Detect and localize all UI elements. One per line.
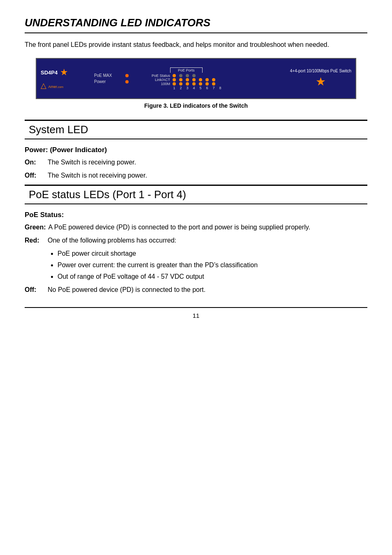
- 100m-dot-4: [192, 82, 196, 86]
- bullet-item-3: Out of range of PoE voltage of 44 - 57 V…: [58, 272, 367, 282]
- poe-green-desc: A PoE powered device (PD) is connected t…: [46, 222, 367, 232]
- link-act-dot-6: [205, 78, 209, 81]
- port-num-3: 3: [185, 86, 190, 90]
- 100m-dot-5: [199, 82, 202, 86]
- poe-green-row: Green: A PoE powered device (PD) is conn…: [25, 222, 367, 232]
- bottom-rule: [25, 307, 367, 308]
- switch-middle-panel: PoE MAX Power: [94, 73, 135, 84]
- 100m-dot-7: [212, 82, 215, 86]
- poe-off-desc: No PoE powered device (PD) is connected …: [45, 285, 367, 295]
- power-on-row: On: The Switch is receiving power.: [25, 157, 367, 167]
- intro-paragraph: The front panel LEDs provide instant sta…: [25, 40, 367, 50]
- link-act-label: Link/ACT: [139, 78, 170, 82]
- amer-triangle-icon: △: [41, 81, 46, 90]
- switch-diagram-container: SD4P4 ★ △ Amer.com PoE MAX Power: [25, 58, 367, 116]
- power-on-label: On:: [25, 157, 45, 167]
- bullet-item-2: Power over current: the current is great…: [58, 260, 367, 270]
- switch-product-name: 4+4-port 10/100Mbps PoE Switch: [290, 69, 351, 73]
- port-num-6: 6: [205, 86, 210, 90]
- poe-ports-bracket: PoE Ports: [170, 67, 203, 73]
- power-row: Power: [94, 79, 135, 84]
- poe-status-dot-3: [186, 74, 189, 77]
- power-label: Power: [94, 79, 123, 84]
- poe-max-label: PoE MAX: [94, 73, 123, 78]
- poe-status-dot-1: [173, 74, 176, 77]
- poe-status-dot-4: [192, 74, 196, 77]
- port-num-4: 4: [191, 86, 196, 90]
- link-act-dot-4: [192, 78, 196, 81]
- poe-status-dot-2: [179, 74, 182, 77]
- 100m-dot-6: [205, 82, 209, 86]
- poe-status-port-row: PoE Status: [139, 74, 196, 78]
- link-act-dot-7: [212, 78, 215, 81]
- port-numbers-row: 1 2 3 4 5 6 7 8: [139, 86, 223, 90]
- poe-red-bullet-list: PoE power circuit shortage Power over cu…: [25, 249, 367, 282]
- switch-right-panel: 4+4-port 10/100Mbps PoE Switch ★: [290, 69, 351, 88]
- system-led-header: System LED: [25, 120, 367, 139]
- page-number: 11: [25, 312, 367, 319]
- poe-green-label: Green:: [25, 222, 46, 232]
- poe-status-header: PoE status LEDs (Port 1 - Port 4): [25, 185, 367, 204]
- port-num-2: 2: [178, 86, 183, 90]
- bullet-item-1: PoE power circuit shortage: [58, 249, 367, 259]
- power-led: [125, 80, 129, 83]
- port-num-8: 8: [218, 86, 223, 90]
- poe-status-label: PoE Status: [139, 74, 170, 78]
- port-num-7: 7: [211, 86, 216, 90]
- poe-red-label: Red:: [25, 236, 45, 245]
- poe-max-led: [125, 74, 129, 77]
- poe-off-label: Off:: [25, 285, 45, 295]
- switch-diagram: SD4P4 ★ △ Amer.com PoE MAX Power: [36, 58, 356, 99]
- poe-red-row: Red: One of the following problems has o…: [25, 236, 367, 245]
- power-indicator-title: Power: (Power Indicator): [25, 146, 367, 154]
- link-act-dot-2: [179, 78, 182, 81]
- switch-model-label: SD4P4: [41, 69, 58, 76]
- switch-left-panel: SD4P4 ★ △ Amer.com: [41, 67, 90, 90]
- poe-red-desc: One of the following problems has occurr…: [45, 236, 367, 245]
- 100m-dot-3: [186, 82, 189, 86]
- 100m-label: 100M: [139, 82, 170, 86]
- link-act-dot-3: [186, 78, 189, 81]
- link-act-dot-1: [173, 78, 176, 81]
- port-num-5: 5: [198, 86, 203, 90]
- poe-status-header-text: PoE status LEDs (Port 1 - Port 4): [29, 188, 186, 201]
- switch-ports-area: PoE Ports PoE Status Link/ACT: [139, 67, 286, 90]
- port-num-1: 1: [172, 86, 177, 90]
- poe-max-row: PoE MAX: [94, 73, 135, 78]
- poe-status-title: PoE Status:: [25, 211, 367, 219]
- page-title: UNDERSTANDING LED INDICATORS: [25, 16, 367, 33]
- power-off-row: Off: The Switch is not receiving power.: [25, 171, 367, 180]
- link-act-port-row: Link/ACT: [139, 78, 216, 82]
- power-off-label: Off:: [25, 171, 45, 180]
- amer-logo-text: Amer.com: [48, 85, 63, 89]
- power-off-desc: The Switch is not receiving power.: [45, 171, 367, 180]
- power-on-desc: The Switch is receiving power.: [45, 157, 367, 167]
- 100m-dot-1: [173, 82, 176, 86]
- star-icon-left: ★: [60, 67, 68, 78]
- star-icon-right: ★: [316, 75, 326, 88]
- figure-caption: Figure 3. LED indicators of the Switch: [144, 102, 248, 109]
- system-led-header-text: System LED: [29, 123, 88, 136]
- 100m-dot-2: [179, 82, 182, 86]
- link-act-dot-5: [199, 78, 202, 81]
- poe-off-row: Off: No PoE powered device (PD) is conne…: [25, 285, 367, 295]
- 100m-port-row: 100M: [139, 82, 216, 86]
